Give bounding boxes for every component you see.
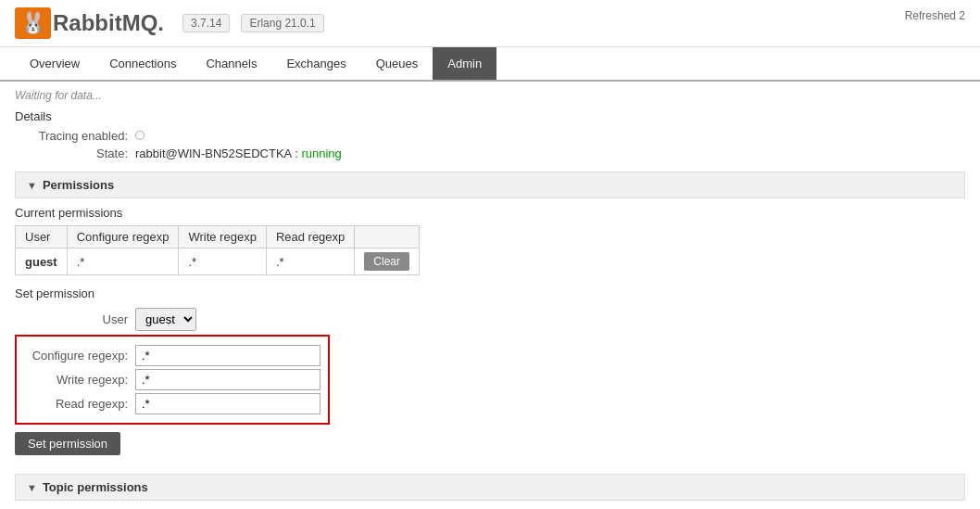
topic-permissions-header[interactable]: ▼ Topic permissions	[15, 474, 965, 501]
write-regexp-input[interactable]	[135, 369, 320, 390]
topic-permissions-title: Topic permissions	[43, 480, 148, 494]
set-permission-button[interactable]: Set permission	[15, 432, 120, 455]
refresh-info: Refreshed 2	[905, 9, 965, 22]
write-regexp-row: Write regexp:	[24, 369, 320, 390]
read-regexp-row: Read regexp:	[24, 393, 320, 414]
permissions-section-title: Permissions	[43, 178, 114, 192]
permissions-content: Current permissions User Configure regex…	[15, 206, 965, 463]
state-value: rabbit@WIN-BN52SEDCTKA : running	[135, 146, 342, 160]
tracing-label: Tracing enabled:	[15, 129, 135, 143]
read-regexp-input[interactable]	[135, 393, 320, 414]
main-content: Waiting for data... Details Tracing enab…	[0, 82, 980, 508]
col-configure: Configure regexp	[67, 226, 179, 248]
col-user: User	[16, 226, 68, 248]
nav-overview[interactable]: Overview	[15, 47, 94, 80]
tracing-circle-icon	[135, 131, 144, 140]
nav-channels[interactable]: Channels	[191, 47, 271, 80]
col-write: Write regexp	[179, 226, 266, 248]
state-host: rabbit@WIN-BN52SEDCTKA	[135, 146, 292, 160]
permissions-arrow-icon: ▼	[27, 180, 37, 191]
row-write: .*	[179, 248, 266, 275]
write-regexp-label: Write regexp:	[24, 373, 135, 387]
regex-fields-box: Configure regexp: Write regexp: Read reg…	[15, 335, 330, 425]
row-read: .*	[266, 248, 354, 275]
permissions-section-header[interactable]: ▼ Permissions	[15, 172, 965, 198]
logo-text: RabbitMQ.	[53, 10, 164, 36]
logo-icon: 🐰	[15, 7, 51, 39]
user-select[interactable]: guest	[135, 308, 196, 331]
configure-regexp-label: Configure regexp:	[24, 349, 135, 363]
nav-exchanges[interactable]: Exchanges	[271, 47, 360, 80]
details-label: Details	[15, 109, 965, 123]
row-action: Clear	[355, 248, 420, 275]
nav-queues[interactable]: Queues	[361, 47, 433, 80]
version-badge: 3.7.14	[182, 14, 230, 32]
tracing-row: Tracing enabled:	[15, 129, 965, 143]
row-configure: .*	[67, 248, 179, 275]
logo: 🐰 RabbitMQ.	[15, 7, 164, 39]
set-permission-title: Set permission	[15, 286, 965, 300]
nav-admin[interactable]: Admin	[433, 47, 496, 80]
erlang-badge: Erlang 21.0.1	[241, 14, 323, 32]
configure-regexp-row: Configure regexp:	[24, 345, 320, 366]
state-row: State: rabbit@WIN-BN52SEDCTKA : running	[15, 146, 965, 160]
waiting-message: Waiting for data...	[15, 89, 965, 102]
state-status: running	[301, 146, 341, 160]
set-permission-section: Set permission User guest Configure rege…	[15, 286, 965, 463]
tracing-value	[135, 129, 144, 143]
header: 🐰 RabbitMQ. 3.7.14 Erlang 21.0.1 Refresh…	[0, 0, 980, 47]
col-action	[355, 226, 420, 248]
permissions-table: User Configure regexp Write regexp Read …	[15, 225, 420, 275]
regex-form-wrapper: Configure regexp: Write regexp: Read reg…	[15, 335, 965, 425]
main-nav: Overview Connections Channels Exchanges …	[0, 47, 980, 82]
topic-arrow-icon: ▼	[27, 482, 37, 493]
version-info: 3.7.14 Erlang 21.0.1	[182, 14, 324, 32]
clear-button[interactable]: Clear	[364, 252, 409, 271]
nav-connections[interactable]: Connections	[94, 47, 191, 80]
current-permissions-title: Current permissions	[15, 206, 965, 220]
col-read: Read regexp	[266, 226, 354, 248]
read-regexp-label: Read regexp:	[24, 397, 135, 411]
row-user: guest	[16, 248, 68, 275]
table-row: guest .* .* .* Clear	[16, 248, 420, 275]
user-select-row: User guest	[15, 308, 965, 331]
state-label: State:	[15, 146, 135, 160]
configure-regexp-input[interactable]	[135, 345, 320, 366]
user-field-label: User	[15, 312, 135, 326]
table-header-row: User Configure regexp Write regexp Read …	[16, 226, 420, 248]
